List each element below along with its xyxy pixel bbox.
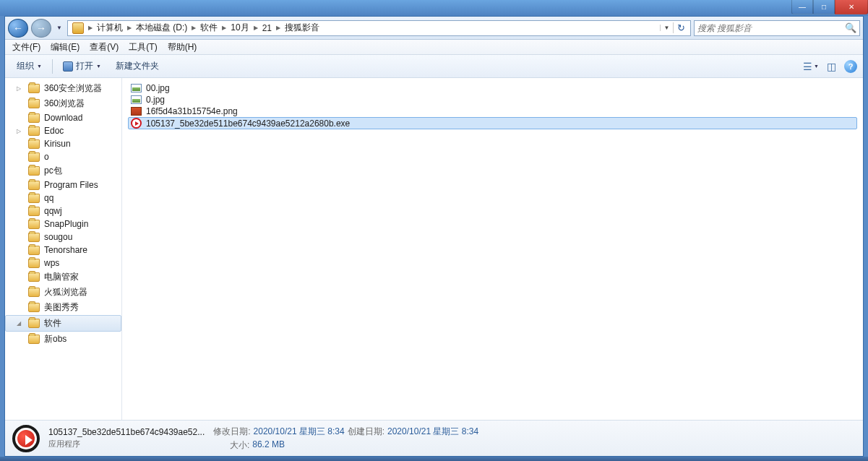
- menu-file[interactable]: 文件(F): [8, 40, 45, 55]
- folder-icon: [28, 181, 40, 190]
- breadcrumb-dropdown[interactable]: ▼: [660, 25, 673, 31]
- file-item[interactable]: 0.jpg: [128, 94, 857, 105]
- created-label: 创建日期:: [348, 426, 384, 438]
- sidebar-item[interactable]: wps: [5, 257, 121, 270]
- folder-icon: [28, 288, 40, 297]
- details-pane: 105137_5be32de511be674c9439ae52... 应用程序 …: [5, 420, 863, 456]
- expand-icon[interactable]: ▷: [17, 85, 24, 92]
- breadcrumb-segment[interactable]: 10月: [228, 22, 252, 34]
- file-item[interactable]: 16f5d4a31b15754e.png: [128, 105, 857, 117]
- file-name: 105137_5be32de511be674c9439ae5212a2680b.…: [146, 119, 350, 129]
- preview-pane-button[interactable]: ◫: [824, 59, 838, 74]
- minimize-button[interactable]: —: [791, 0, 813, 14]
- new-folder-button[interactable]: 新建文件夹: [110, 57, 165, 75]
- sidebar-item[interactable]: 火狐浏览器: [5, 285, 121, 300]
- file-icon: [131, 118, 142, 129]
- folder-icon: [28, 220, 40, 229]
- file-name: 16f5d4a31b15754e.png: [146, 106, 238, 116]
- sidebar-item[interactable]: sougou: [5, 231, 121, 244]
- sidebar-item-label: 360浏览器: [44, 98, 85, 110]
- size-label: 大小:: [213, 439, 249, 452]
- menu-help[interactable]: 帮助(H): [163, 40, 202, 55]
- file-item[interactable]: 105137_5be32de511be674c9439ae5212a2680b.…: [128, 117, 857, 129]
- folder-icon: [28, 166, 40, 176]
- sidebar-item-label: Tenorshare: [44, 245, 87, 255]
- breadcrumb-segment[interactable]: 软件: [197, 22, 220, 34]
- expand-icon[interactable]: ◢: [17, 320, 24, 327]
- sidebar-item[interactable]: qq: [5, 191, 121, 204]
- sidebar-item[interactable]: 新obs: [5, 332, 121, 347]
- sidebar-item-label: Program Files: [44, 180, 98, 190]
- sidebar-item-label: wps: [44, 258, 59, 268]
- taskbar[interactable]: [0, 457, 868, 461]
- help-icon[interactable]: ?: [844, 60, 857, 73]
- file-list[interactable]: 00.jpg0.jpg16f5d4a31b15754e.png105137_5b…: [122, 78, 863, 420]
- sidebar-item[interactable]: 电脑管家: [5, 270, 121, 285]
- folder-icon: [28, 207, 40, 216]
- explorer-window: ← → ▼ ▶ 计算机 ▶ 本地磁盘 (D:) ▶ 软件 ▶ 10月 ▶ 21 …: [4, 16, 864, 457]
- breadcrumb[interactable]: ▶ 计算机 ▶ 本地磁盘 (D:) ▶ 软件 ▶ 10月 ▶ 21 ▶ 搜狐影音…: [67, 20, 691, 36]
- menu-edit[interactable]: 编辑(E): [46, 40, 84, 55]
- breadcrumb-sep: ▶: [275, 25, 282, 31]
- folder-icon: [28, 99, 40, 108]
- folder-icon: [28, 84, 40, 93]
- folder-icon: [28, 113, 40, 123]
- sidebar-item[interactable]: 美图秀秀: [5, 300, 121, 315]
- close-button[interactable]: ✕: [835, 0, 868, 14]
- breadcrumb-segment[interactable]: 本地磁盘 (D:): [133, 22, 190, 34]
- open-icon: [63, 61, 73, 72]
- search-icon[interactable]: 🔍: [845, 22, 856, 33]
- sidebar-item-label: 360安全浏览器: [44, 82, 102, 95]
- maximize-button[interactable]: □: [813, 0, 835, 14]
- sidebar-item[interactable]: o: [5, 150, 121, 163]
- open-button[interactable]: 打开▼: [57, 57, 107, 75]
- sidebar-item[interactable]: Kirisun: [5, 137, 121, 150]
- menu-tools[interactable]: 工具(T): [124, 40, 161, 55]
- menu-view[interactable]: 查看(V): [85, 40, 123, 55]
- back-button[interactable]: ←: [8, 19, 28, 38]
- sidebar-item[interactable]: Download: [5, 111, 121, 124]
- folder-icon: [28, 335, 40, 344]
- sidebar-item-label: Kirisun: [44, 139, 71, 149]
- separator: [52, 59, 53, 74]
- sidebar-item[interactable]: Tenorshare: [5, 244, 121, 257]
- folder-icon: [28, 246, 40, 255]
- navigation-bar: ← → ▼ ▶ 计算机 ▶ 本地磁盘 (D:) ▶ 软件 ▶ 10月 ▶ 21 …: [5, 17, 863, 40]
- sidebar-item[interactable]: ◢软件: [5, 315, 121, 332]
- folder-tree[interactable]: ▷360安全浏览器360浏览器Download▷EdocKirisunopc包P…: [5, 78, 122, 420]
- search-box[interactable]: 🔍: [694, 20, 860, 36]
- breadcrumb-sep: ▶: [220, 25, 228, 31]
- size-value: 86.2 MB: [252, 439, 285, 452]
- folder-icon: [28, 259, 40, 268]
- organize-button[interactable]: 组织▼: [11, 57, 48, 75]
- sidebar-item[interactable]: qqwj: [5, 204, 121, 217]
- file-item[interactable]: 00.jpg: [128, 82, 857, 94]
- sidebar-item[interactable]: Program Files: [5, 178, 121, 191]
- modified-label: 修改日期:: [213, 426, 250, 438]
- sidebar-item-label: 新obs: [44, 333, 66, 345]
- sidebar-item[interactable]: 360浏览器: [5, 96, 121, 111]
- forward-button[interactable]: →: [31, 19, 51, 38]
- sidebar-item[interactable]: ▷360安全浏览器: [5, 81, 121, 96]
- breadcrumb-segment[interactable]: 计算机: [94, 22, 126, 34]
- sidebar-item-label: Edoc: [44, 126, 64, 136]
- view-options-button[interactable]: ☰▼: [804, 59, 818, 74]
- created-value: 2020/10/21 星期三 8:34: [387, 426, 478, 438]
- sidebar-item[interactable]: SnapPlugin: [5, 217, 121, 231]
- window-titlebar: — □ ✕: [0, 0, 868, 16]
- sidebar-item-label: sougou: [44, 232, 72, 242]
- file-icon: [131, 84, 142, 92]
- refresh-button[interactable]: ↻: [673, 22, 689, 33]
- explorer-body: ▷360安全浏览器360浏览器Download▷EdocKirisunopc包P…: [5, 78, 863, 420]
- breadcrumb-segment[interactable]: 搜狐影音: [282, 22, 322, 34]
- sidebar-item[interactable]: ▷Edoc: [5, 124, 121, 137]
- folder-icon: [72, 22, 84, 34]
- nav-history-dropdown[interactable]: ▼: [54, 19, 64, 38]
- sidebar-item-label: 软件: [44, 317, 61, 329]
- search-input[interactable]: [697, 23, 845, 33]
- folder-icon: [28, 233, 40, 242]
- sidebar-item[interactable]: pc包: [5, 163, 121, 178]
- sidebar-item-label: pc包: [44, 165, 62, 177]
- expand-icon[interactable]: ▷: [17, 128, 24, 134]
- breadcrumb-segment[interactable]: 21: [259, 23, 275, 33]
